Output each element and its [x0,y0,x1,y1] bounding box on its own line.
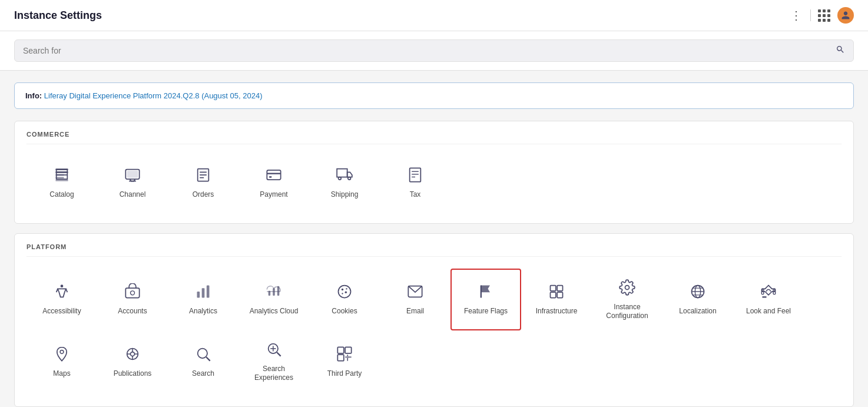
maps-label: Maps [53,369,70,379]
third-party-label: Third Party [327,369,362,379]
svg-point-31 [339,286,351,298]
svg-rect-26 [202,289,205,298]
orders-item[interactable]: Orders [168,156,238,209]
svg-line-22 [66,289,67,293]
svg-point-33 [345,292,347,294]
accessibility-item[interactable]: Accessibility [26,269,97,330]
svg-rect-11 [267,170,280,180]
svg-point-14 [339,177,342,180]
analytics-cloud-item[interactable]: Analytics Cloud [238,269,309,330]
svg-rect-25 [197,292,200,298]
analytics-icon [194,282,213,301]
svg-line-57 [206,357,210,360]
cookies-item[interactable]: Cookies [309,269,380,330]
accounts-item[interactable]: Accounts [97,269,168,330]
top-bar-actions: ⋮ [790,7,854,24]
svg-line-21 [57,289,58,293]
accessibility-label: Accessibility [42,307,81,316]
maps-icon [52,345,71,363]
svg-point-24 [131,291,135,295]
more-options-icon[interactable]: ⋮ [790,8,803,22]
instance-configuration-item[interactable]: Instance Configuration [592,269,662,330]
svg-rect-62 [337,347,344,353]
search-experiences-icon [264,340,283,359]
localization-item[interactable]: Localization [662,269,733,330]
email-icon [406,282,425,301]
infrastructure-icon [547,282,566,301]
svg-rect-13 [269,176,272,177]
tax-icon [406,166,425,184]
payment-icon [264,166,283,184]
accounts-icon [123,282,142,301]
search-bar-container [0,31,868,71]
accounts-label: Accounts [118,307,147,316]
svg-rect-40 [557,293,562,298]
channel-icon [123,166,142,184]
svg-rect-5 [127,171,138,178]
feature-flags-label: Feature Flags [464,307,508,316]
search-label: Search [192,369,214,379]
orders-label: Orders [193,190,214,200]
email-item[interactable]: Email [380,269,450,330]
svg-point-15 [348,177,351,180]
localization-icon [688,282,707,301]
svg-rect-63 [345,347,352,353]
payment-label: Payment [260,190,287,200]
accessibility-icon [52,282,71,301]
tax-label: Tax [410,190,421,200]
channel-label: Channel [120,190,146,200]
orders-icon [194,166,213,184]
infrastructure-label: Infrastructure [536,307,578,316]
analytics-cloud-icon [264,282,283,301]
svg-point-34 [342,293,343,295]
tax-item[interactable]: Tax [380,156,450,209]
infrastructure-item[interactable]: Infrastructure [521,269,592,330]
publications-icon [123,345,142,363]
commerce-section: COMMERCE Catalog Channel Orders [14,121,854,224]
page-title: Instance Settings [14,9,102,22]
look-and-feel-item[interactable]: Look and Feel [733,269,804,330]
maps-item[interactable]: Maps [26,330,97,392]
instance-configuration-icon [618,278,637,297]
third-party-item[interactable]: Third Party [309,330,380,392]
svg-point-51 [131,352,135,356]
info-text: Liferay Digital Experience Platform 2024… [44,91,263,100]
publications-item[interactable]: Publications [97,330,168,392]
svg-rect-39 [551,293,556,298]
channel-item[interactable]: Channel [97,156,168,209]
look-and-feel-label: Look and Feel [746,307,791,316]
avatar[interactable] [837,7,854,24]
svg-line-59 [277,352,280,356]
svg-rect-38 [557,286,562,291]
info-banner: Info: Liferay Digital Experience Platfor… [14,82,854,109]
shipping-item[interactable]: Shipping [309,156,380,209]
search-item[interactable]: Search [168,330,238,392]
analytics-cloud-label: Analytics Cloud [250,307,299,316]
feature-flags-icon [476,282,495,301]
commerce-grid: Catalog Channel Orders Payment [26,156,842,209]
top-bar: Instance Settings ⋮ [0,0,868,31]
catalog-item[interactable]: Catalog [26,156,97,209]
cookies-label: Cookies [332,307,357,316]
publications-label: Publications [114,369,152,379]
feature-flags-item[interactable]: Feature Flags [450,269,521,330]
svg-point-35 [346,289,347,290]
svg-rect-16 [410,168,421,181]
search-item-icon [194,345,213,363]
svg-point-56 [198,348,207,358]
cookies-icon [335,282,354,301]
email-label: Email [406,307,424,316]
svg-rect-64 [337,355,344,361]
localization-label: Localization [679,307,716,316]
svg-point-49 [60,350,64,353]
catalog-icon [52,166,71,184]
main-content: Info: Liferay Digital Experience Platfor… [0,71,868,407]
apps-grid-icon[interactable] [818,9,830,22]
third-party-icon [335,345,354,363]
platform-section-title: PLATFORM [26,243,842,257]
search-experiences-item[interactable]: Search Experiences [238,330,309,392]
search-input[interactable] [23,46,830,55]
analytics-item[interactable]: Analytics [168,269,238,330]
shipping-label: Shipping [331,190,359,200]
payment-item[interactable]: Payment [238,156,309,209]
